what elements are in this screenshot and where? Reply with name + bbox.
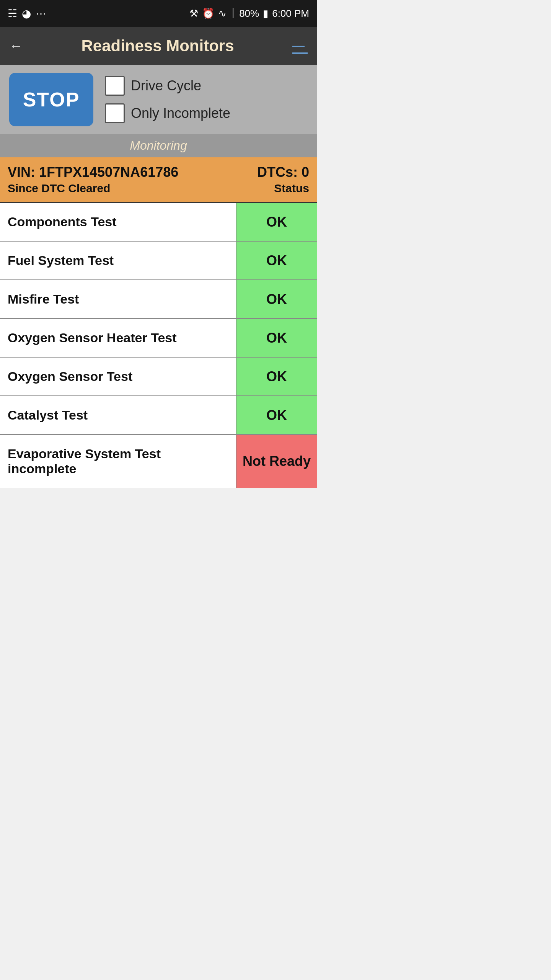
voicemail-icon: ☵	[8, 7, 17, 20]
monitor-status: OK	[236, 396, 317, 434]
monitor-list: Components TestOKFuel System TestOKMisfi…	[0, 203, 317, 488]
wifi-icon: ∿	[218, 8, 227, 20]
monitor-name: Fuel System Test	[0, 242, 236, 279]
monitor-status: OK	[236, 280, 317, 318]
status-bar: ☵ ◕ ⋯ ⚒ ⏰ ∿ ⏐ 80% ▮ 6:00 PM	[0, 0, 317, 27]
network-icon: ⏐	[230, 8, 235, 20]
drive-cycle-checkbox-row[interactable]: Drive Cycle	[105, 76, 230, 96]
since-dtc-cleared-label: Since DTC Cleared	[8, 182, 110, 195]
only-incomplete-label: Only Incomplete	[131, 105, 230, 121]
back-button[interactable]: ←	[9, 38, 23, 54]
battery-percentage: 80%	[239, 8, 259, 20]
table-row: Oxygen Sensor Heater TestOK	[0, 319, 317, 358]
controls-area: STOP Drive Cycle Only Incomplete	[0, 65, 317, 134]
table-row: Evaporative System Test incompleteNot Re…	[0, 435, 317, 488]
drive-cycle-label: Drive Cycle	[131, 78, 201, 94]
monitor-name: Oxygen Sensor Test	[0, 358, 236, 395]
only-incomplete-checkbox[interactable]	[105, 103, 125, 123]
monitor-status: Not Ready	[236, 435, 317, 488]
vin-text: VIN: 1FTPX14507NA61786	[8, 164, 178, 180]
only-incomplete-checkbox-row[interactable]: Only Incomplete	[105, 103, 230, 123]
drive-cycle-checkbox[interactable]	[105, 76, 125, 96]
monitor-status: OK	[236, 358, 317, 395]
alarm-icon: ⏰	[202, 8, 214, 20]
monitor-name: Components Test	[0, 203, 236, 241]
monitor-name: Misfire Test	[0, 280, 236, 318]
battery-icon: ▮	[263, 8, 268, 20]
apps-icon: ⋯	[36, 7, 46, 20]
minimize-button[interactable]: —	[292, 38, 308, 54]
table-row: Fuel System TestOK	[0, 242, 317, 280]
bottom-space	[0, 488, 317, 526]
table-row: Catalyst TestOK	[0, 396, 317, 435]
monitor-status: OK	[236, 203, 317, 241]
monitor-name: Oxygen Sensor Heater Test	[0, 319, 236, 357]
status-bar-left: ☵ ◕ ⋯	[8, 7, 46, 20]
checkboxes-container: Drive Cycle Only Incomplete	[105, 76, 230, 123]
header: ← Readiness Monitors —	[0, 27, 317, 65]
monitor-status: OK	[236, 242, 317, 279]
dtcs-text: DTCs: 0	[257, 164, 309, 180]
monitor-status: OK	[236, 319, 317, 357]
vehicle-info: VIN: 1FTPX14507NA61786 DTCs: 0 Since DTC…	[0, 157, 317, 203]
bluetooth-icon: ⚒	[189, 8, 198, 20]
table-row: Components TestOK	[0, 203, 317, 242]
monitoring-label: Monitoring	[0, 134, 317, 157]
table-row: Oxygen Sensor TestOK	[0, 358, 317, 396]
page-title: Readiness Monitors	[23, 37, 292, 55]
monitor-name: Evaporative System Test incomplete	[0, 435, 236, 488]
monitor-name: Catalyst Test	[0, 396, 236, 434]
status-column-label: Status	[274, 182, 309, 195]
stop-button[interactable]: STOP	[9, 73, 93, 126]
table-row: Misfire TestOK	[0, 280, 317, 319]
status-bar-right: ⚒ ⏰ ∿ ⏐ 80% ▮ 6:00 PM	[189, 8, 309, 20]
clock: 6:00 PM	[272, 8, 309, 20]
signal-icon: ◕	[22, 7, 31, 20]
